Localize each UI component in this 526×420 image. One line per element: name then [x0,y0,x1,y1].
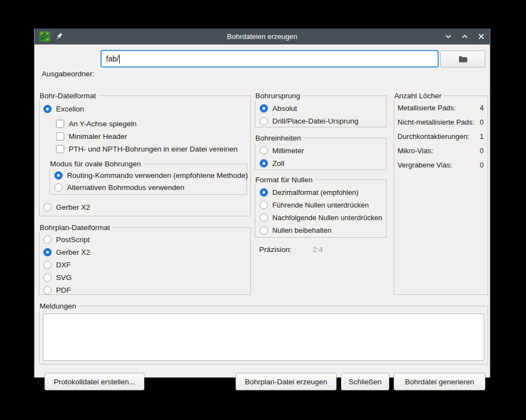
radio-alternate-drill-mode[interactable] [54,183,63,192]
text-caret [119,54,120,64]
stat-value: 0 [480,147,484,155]
radio-label: Drill/Place-Datei-Ursprung [272,117,359,125]
stat-label: Durchkontaktierungen: [398,132,469,141]
kicad-pcb-icon [40,31,50,42]
radio-suppress-trailing[interactable] [260,214,268,222]
checkbox-label: An Y-Achse spiegeln [69,120,137,128]
radio-label: Zoll [272,159,284,167]
radio-label: Routing-Kommando verwenden (empfohlene M… [67,171,248,180]
hole-count-group: Anzahl Löcher Metallisierte Pads: 4 Nich… [394,96,488,295]
stat-value: 0 [480,161,484,169]
drill-units-title: Bohreinheiten [255,133,303,143]
radio-row-keep-zeros[interactable]: Nullen beibehalten [260,224,384,237]
stat-row-through-vias: Durchkontaktierungen: 1 [398,129,484,143]
radio-inch[interactable] [260,159,268,167]
radio-label: PostScript [56,236,90,244]
output-folder-label: Ausgabeordner: [42,70,94,78]
radio-label: Alternativen Bohrmodus verwenden [67,183,184,192]
radio-decimal-format[interactable] [260,188,268,197]
folder-icon [458,55,468,63]
browse-folder-button[interactable] [440,51,485,68]
radio-label: Millimeter [272,147,304,155]
stat-label: Mikro-Vias: [398,147,433,155]
messages-textarea[interactable] [43,313,484,361]
checkbox-label: Minimaler Header [69,132,127,141]
radio-row-postscript[interactable]: PostScript [43,233,246,246]
radio-row-suppress-leading[interactable]: Führende Nullen unterdrücken [260,199,384,211]
stat-value: 1 [480,132,484,141]
map-file-format-title: Bohrplan-Dateiformat [39,223,112,232]
radio-routing-command[interactable] [54,171,63,180]
radio-row-inch[interactable]: Zoll [260,157,383,170]
radio-dxf[interactable] [43,261,52,269]
generate-drill-files-dialog: Bohrdateien erzeugen [34,29,490,378]
titlebar[interactable]: Bohrdateien erzeugen [35,29,490,44]
checkbox-minimal-header[interactable] [56,132,64,141]
radio-drill-place-origin[interactable] [260,117,268,125]
radio-millimeter[interactable] [260,147,268,155]
oval-holes-mode-group: Modus für ovale Bohrungen Routing-Komman… [49,164,247,195]
radio-row-drill-place-origin[interactable]: Drill/Place-Datei-Ursprung [260,115,383,127]
pin-icon[interactable] [55,32,63,41]
precision-label: Präzision: [259,245,292,254]
radio-pdf[interactable] [43,286,52,294]
drill-file-format-group: Bohr-Dateiformat Excellon An Y-Achse spi… [39,96,251,216]
drill-origin-group: Bohrursprung Absolut Drill/Place-Datei-U… [255,96,387,127]
radio-row-map-gerber-x2[interactable]: Gerber X2 [43,246,246,259]
dialog-content: Ausgabeordner: fab/ Bohr-Dateiformat Exc… [35,44,490,377]
close-dialog-button[interactable]: Schließen [341,373,389,390]
stat-label: Vergrabene Vias: [398,161,452,169]
radio-gerber-x2[interactable] [43,203,52,211]
stat-row-plated-pads: Metallisierte Pads: 4 [398,100,484,115]
checkbox-row-mirror-y[interactable]: An Y-Achse spiegeln [56,117,246,130]
messages-group: Meldungen [39,306,488,365]
radio-row-decimal-format[interactable]: Dezimalformat (empfohlen) [260,186,384,199]
radio-label: Absolut [272,104,297,113]
map-file-format-group: Bohrplan-Dateiformat PostScript Gerber X… [39,227,251,295]
radio-excellon[interactable] [43,105,52,113]
output-folder-input[interactable]: fab/ [100,50,439,68]
radio-row-routing-command[interactable]: Routing-Kommando verwenden (empfohlene M… [54,169,243,181]
radio-label: Gerber X2 [56,248,90,256]
radio-row-gerber-x2[interactable]: Gerber X2 [43,201,90,214]
radio-row-svg[interactable]: SVG [43,271,246,284]
radio-label: Nachfolgende Nullen unterdrücken [272,214,382,222]
radio-row-absolute[interactable]: Absolut [260,102,383,115]
radio-row-pdf[interactable]: PDF [43,284,246,296]
checkbox-row-minimal-header[interactable]: Minimaler Header [56,130,246,143]
radio-postscript[interactable] [43,236,52,244]
stat-label: Metallisierte Pads: [398,104,456,112]
window-title: Bohrdateien erzeugen [35,32,490,41]
checkbox-mirror-y[interactable] [56,120,64,128]
zeros-format-title: Format für Nullen [255,175,315,184]
radio-label: Führende Nullen unterdrücken [272,201,369,209]
radio-label: Gerber X2 [56,203,90,211]
radio-suppress-leading[interactable] [260,201,268,209]
drill-units-group: Bohreinheiten Millimeter Zoll [255,138,387,170]
radio-label: Dezimalformat (empfohlen) [272,188,359,197]
checkbox-merge-pth-npth[interactable] [56,145,64,153]
minimize-button[interactable] [444,33,452,41]
radio-map-gerber-x2[interactable] [43,248,52,256]
radio-row-millimeter[interactable]: Millimeter [260,144,383,157]
radio-keep-zeros[interactable] [260,226,268,234]
maximize-button[interactable] [461,33,468,41]
generate-map-file-button[interactable]: Bohrplan-Datei erzeugen [236,373,337,390]
precision-value: 2:4 [312,245,323,254]
radio-row-suppress-trailing[interactable]: Nachfolgende Nullen unterdrücken [260,211,384,224]
radio-label: Nullen beibehalten [272,226,332,234]
generate-drill-file-button[interactable]: Bohrdatei generieren [394,373,485,390]
close-button[interactable] [477,33,485,41]
checkbox-row-merge-pth-npth[interactable]: PTH- und NPTH-Bohrungen in einer Datei v… [56,143,246,155]
desktop: { "window": { "title": "Bohrdateien erze… [0,0,526,420]
stat-value: 0 [480,118,484,126]
create-report-file-button[interactable]: Protokolldatei erstellen... [44,373,144,390]
radio-row-dxf[interactable]: DXF [43,259,246,271]
messages-title: Meldungen [39,301,79,311]
radio-row-alternate-drill-mode[interactable]: Alternativen Bohrmodus verwenden [54,181,243,193]
zeros-format-group: Format für Nullen Dezimalformat (empfohl… [255,180,387,238]
radio-svg[interactable] [43,273,52,282]
radio-row-excellon[interactable]: Excellon [43,103,246,115]
output-folder-value: fab/ [106,54,119,63]
radio-absolute[interactable] [260,104,268,113]
